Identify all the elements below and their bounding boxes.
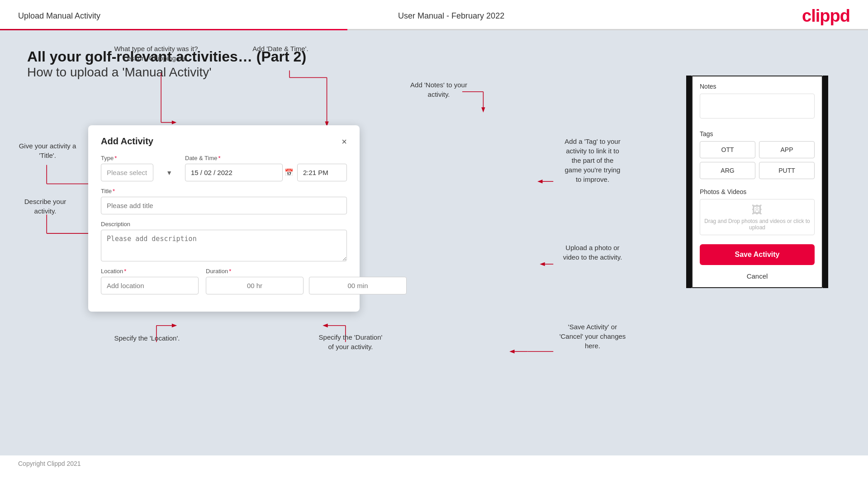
tags-section: Tags OTT APP ARG PUTT: [693, 127, 822, 185]
tags-grid: OTT APP ARG PUTT: [700, 141, 815, 179]
photo-drop-text: Drag and Drop photos and videos or click…: [700, 218, 814, 231]
tags-label: Tags: [700, 130, 815, 137]
form-group-type: Type* Please select ▼: [101, 155, 178, 181]
tag-putt[interactable]: PUTT: [759, 162, 815, 179]
annot-location: Specify the 'Location'.: [104, 333, 190, 343]
annot-describe: Describe youractivity.: [14, 197, 77, 216]
save-activity-button[interactable]: Save Activity: [700, 244, 815, 265]
modal-title: Add Activity: [101, 136, 153, 147]
duration-hr-input[interactable]: [206, 277, 304, 294]
annot-title: Give your activity a'Title'.: [14, 141, 81, 160]
location-input[interactable]: [101, 277, 199, 294]
title-input[interactable]: [101, 197, 347, 214]
annot-date-time: Add 'Date & Time'.: [244, 44, 317, 53]
form-group-description: Description: [101, 221, 347, 261]
tag-arg[interactable]: ARG: [700, 162, 755, 179]
phone-mockup: Notes Tags OTT APP ARG PUTT Photos & Vid…: [692, 76, 823, 288]
type-label: Type*: [101, 155, 178, 161]
tag-app[interactable]: APP: [759, 141, 815, 158]
annot-notes: Add 'Notes' to youractivity.: [394, 80, 484, 99]
duration-row: [206, 277, 407, 294]
type-select[interactable]: Please select: [101, 164, 153, 181]
modal-container: Add Activity × Type* Please select ▼: [88, 125, 360, 312]
annot-photo: Upload a photo orvideo to the activity.: [541, 243, 645, 262]
page-label: Upload Manual Activity: [18, 11, 100, 21]
duration-label: Duration*: [206, 268, 407, 275]
footer: Copyright Clippd 2021: [0, 455, 868, 472]
photo-icon: 🖼: [752, 204, 763, 216]
calendar-icon: 📅: [285, 168, 294, 177]
description-label: Description: [101, 221, 347, 227]
notes-textarea[interactable]: [700, 94, 815, 118]
svg-marker-25: [540, 262, 545, 266]
chevron-down-icon: ▼: [166, 169, 172, 176]
form-row-location-duration: Location* Duration*: [101, 268, 347, 294]
top-bar: Upload Manual Activity User Manual - Feb…: [0, 0, 868, 30]
phone-left-bar: [686, 76, 692, 288]
form-group-duration: Duration*: [206, 268, 407, 294]
modal-header: Add Activity ×: [101, 136, 347, 147]
location-label: Location*: [101, 268, 199, 275]
photos-label: Photos & Videos: [700, 188, 815, 195]
annot-tag: Add a 'Tag' to youractivity to link it t…: [541, 137, 645, 184]
photo-drop-zone[interactable]: 🖼 Drag and Drop photos and videos or cli…: [700, 199, 815, 235]
form-group-datetime: Date & Time* 📅: [185, 155, 347, 181]
cancel-link[interactable]: Cancel: [693, 269, 822, 284]
logo: clippd: [802, 6, 850, 26]
phone-screen: Notes Tags OTT APP ARG PUTT Photos & Vid…: [692, 76, 823, 288]
svg-marker-28: [509, 350, 514, 353]
description-textarea[interactable]: [101, 230, 347, 261]
duration-min-input[interactable]: [309, 277, 407, 294]
annot-activity-type: What type of activity was it?Lesson, Chi…: [104, 44, 208, 63]
svg-marker-18: [323, 324, 327, 327]
notes-label: Notes: [700, 83, 815, 90]
phone-notes-section: Notes: [693, 76, 822, 127]
annot-duration: Specify the 'Duration'of your activity.: [299, 332, 403, 351]
photos-section: Photos & Videos 🖼 Drag and Drop photos a…: [693, 185, 822, 241]
copyright: Copyright Clippd 2021: [18, 460, 81, 467]
phone-right-bar: [823, 76, 828, 288]
date-time-label: Date & Time*: [185, 155, 347, 161]
annot-save-cancel: 'Save Activity' or'Cancel' your changesh…: [541, 322, 645, 351]
close-button[interactable]: ×: [342, 137, 347, 146]
date-time-group: 📅: [185, 164, 347, 181]
svg-marker-15: [172, 324, 177, 327]
form-group-title: Title*: [101, 188, 347, 214]
time-input[interactable]: [297, 164, 347, 181]
date-input[interactable]: [185, 164, 283, 181]
tag-ott[interactable]: OTT: [700, 141, 755, 158]
form-row-type-date: Type* Please select ▼ Date & Time*: [101, 155, 347, 181]
svg-marker-2: [172, 120, 176, 124]
right-panel: Notes Tags OTT APP ARG PUTT Photos & Vid…: [692, 76, 845, 290]
form-group-location: Location*: [101, 268, 199, 294]
main-content: All your golf-relevant activities… (Part…: [0, 30, 868, 455]
add-activity-modal: Add Activity × Type* Please select ▼: [88, 125, 360, 312]
title-label: Title*: [101, 188, 347, 194]
manual-label: User Manual - February 2022: [398, 11, 504, 21]
type-select-wrapper: Please select ▼: [101, 164, 178, 181]
svg-marker-21: [481, 107, 485, 112]
